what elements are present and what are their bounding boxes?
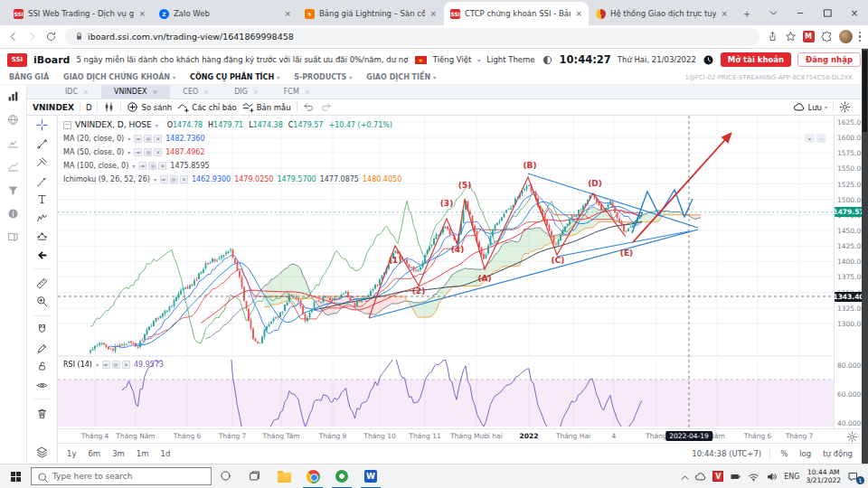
word-icon[interactable]: W (356, 465, 385, 488)
reload-icon[interactable] (45, 31, 57, 42)
file-explorer-icon[interactable] (269, 465, 298, 488)
settings-icon[interactable] (144, 148, 152, 156)
chrome-icon[interactable] (298, 465, 327, 488)
tab-close-icon[interactable]: × (575, 9, 582, 18)
tab-close-icon[interactable]: × (284, 9, 291, 18)
trendline-tool-icon[interactable] (36, 138, 48, 150)
start-button[interactable] (0, 465, 31, 488)
volume-icon[interactable] (766, 471, 778, 483)
theme-toggle-icon[interactable] (542, 54, 553, 66)
footer-clock[interactable]: 10:44:38 (UTC+7) (692, 449, 761, 458)
wifi-icon[interactable] (748, 471, 760, 483)
eye-icon[interactable] (138, 162, 146, 170)
new-tab-button[interactable]: ＋ (738, 5, 756, 23)
compare-button[interactable]: So sánh (127, 101, 172, 113)
tab-close-icon[interactable]: × (429, 9, 437, 18)
open-account-button[interactable]: Mở tài khoản (721, 52, 791, 67)
measure-tool-icon[interactable] (36, 277, 48, 289)
green-app-icon[interactable] (327, 465, 356, 488)
chart-tab-vnindex[interactable]: VNINDEX× (101, 85, 170, 99)
crosshair-tool-icon[interactable] (36, 119, 48, 131)
sidebar-chart-icon[interactable] (7, 90, 19, 102)
window-menu-chevron-icon[interactable] (760, 0, 787, 25)
task-view-button[interactable] (241, 465, 269, 488)
onedrive-icon[interactable] (694, 471, 706, 483)
tab-close-icon[interactable]: × (721, 9, 728, 18)
sidebar-filter-icon[interactable] (7, 184, 19, 196)
window-close-button[interactable]: × (841, 0, 868, 25)
menu-item[interactable]: GIAO DỊCH CHỨNG KHOÁN▾ (63, 73, 175, 81)
arrow-tool-icon[interactable] (36, 249, 48, 261)
sidebar-stats-icon[interactable] (7, 137, 19, 149)
scale-button[interactable]: log (797, 448, 813, 459)
clock-icon[interactable] (703, 54, 714, 66)
menu-item[interactable]: CÔNG CỤ PHÂN TÍCH▾ (190, 73, 279, 81)
close-icon[interactable]: ✕ (154, 148, 162, 156)
login-button[interactable]: Đăng nhập (797, 52, 861, 67)
price-axis[interactable]: 1300.001325.001350.001375.001400.001425.… (834, 116, 863, 428)
tab-close-icon[interactable]: × (203, 89, 209, 96)
indicators-button[interactable]: Các chỉ báo (177, 101, 236, 113)
chart-style-icon[interactable] (103, 101, 115, 113)
tab-close-icon[interactable]: × (152, 89, 157, 96)
pitchfork-tool-icon[interactable] (36, 156, 48, 168)
brush-tool-icon[interactable] (36, 175, 48, 187)
chart-tab-ceo[interactable]: CEO× (170, 85, 222, 99)
undo-icon[interactable] (303, 101, 315, 113)
rsi-label[interactable]: RSI (14) (63, 358, 92, 371)
chevron-down-icon[interactable]: ▾ (156, 118, 158, 132)
elliott-wave-tool-icon[interactable] (36, 212, 48, 224)
profile-avatar[interactable] (839, 30, 853, 43)
settings-icon[interactable] (148, 162, 156, 170)
close-icon[interactable]: ✕ (158, 162, 166, 170)
chart-tab-dig[interactable]: DIG× (222, 85, 271, 99)
settings-icon[interactable] (144, 135, 152, 143)
redo-icon[interactable] (320, 101, 332, 113)
text-tool-icon[interactable] (36, 193, 48, 205)
notification-center-icon[interactable]: 1 (847, 471, 863, 483)
url-bar[interactable]: iboard.ssi.com.vn/trading-view/164186999… (64, 28, 760, 45)
pane-minimize-icon[interactable]: ─ (816, 134, 826, 143)
pattern-tool-icon[interactable] (36, 230, 48, 242)
close-icon[interactable]: ✕ (154, 135, 162, 143)
indicator-label[interactable]: Ichimoku (9, 26, 52, 26) (63, 173, 150, 186)
browser-menu-icon[interactable] (859, 32, 862, 42)
sidebar-info-icon[interactable] (7, 208, 19, 220)
browser-tab[interactable]: SSICTCP chứng khoán SSI - Bảng gi× (444, 2, 589, 25)
range-button-1d[interactable]: 1d (159, 448, 173, 459)
time-axis[interactable]: Tháng 4Tháng NămTháng 6Tháng 7Tháng TámT… (58, 428, 862, 444)
sidebar-trend-icon[interactable] (7, 161, 19, 173)
zoom-in-tool-icon[interactable] (36, 296, 48, 307)
remove-drawings-icon[interactable] (36, 408, 48, 419)
indicator-label[interactable]: MA (100, close, 0) (63, 159, 128, 173)
taskbar-clock[interactable]: 10:44 AM3/21/2022 (807, 468, 841, 485)
close-icon[interactable]: ✕ (180, 175, 188, 183)
tab-close-icon[interactable]: × (83, 89, 89, 96)
browser-tab[interactable]: ZZalo Web× (153, 2, 297, 25)
extensions-puzzle-icon[interactable] (821, 31, 833, 42)
pane-collapse-icon[interactable]: ▾ (805, 134, 815, 143)
window-maximize-button[interactable] (814, 0, 841, 25)
tray-expand-icon[interactable] (679, 472, 688, 481)
settings-icon[interactable] (112, 361, 120, 369)
extension-m-icon[interactable]: M (803, 31, 815, 42)
symbol-button[interactable]: VNINDEX (33, 103, 74, 112)
range-button-3m[interactable]: 3m (110, 448, 127, 459)
language-indicator[interactable]: ENG (784, 473, 799, 481)
magnet-tool-icon[interactable] (36, 324, 48, 335)
sidebar-book-icon[interactable] (7, 231, 19, 243)
battery-icon[interactable] (730, 471, 741, 483)
ssi-logo[interactable]: SSI (7, 53, 27, 67)
range-button-1m[interactable]: 1m (135, 448, 151, 459)
tab-close-icon[interactable]: × (138, 9, 146, 18)
forward-icon[interactable] (26, 31, 38, 42)
taskbar-search-input[interactable]: Type here to search (31, 467, 212, 485)
menu-item[interactable]: S-PRODUCTS▾ (294, 73, 352, 81)
indicator-label[interactable]: MA (20, close, 0) (63, 132, 124, 145)
share-icon[interactable] (767, 31, 778, 42)
window-minimize-button[interactable]: ─ (787, 0, 814, 25)
settings-icon[interactable] (170, 175, 178, 183)
eye-icon[interactable] (134, 135, 142, 143)
legend-title[interactable]: VNINDEX, D, HOSE (75, 118, 152, 132)
back-icon[interactable] (7, 31, 19, 42)
